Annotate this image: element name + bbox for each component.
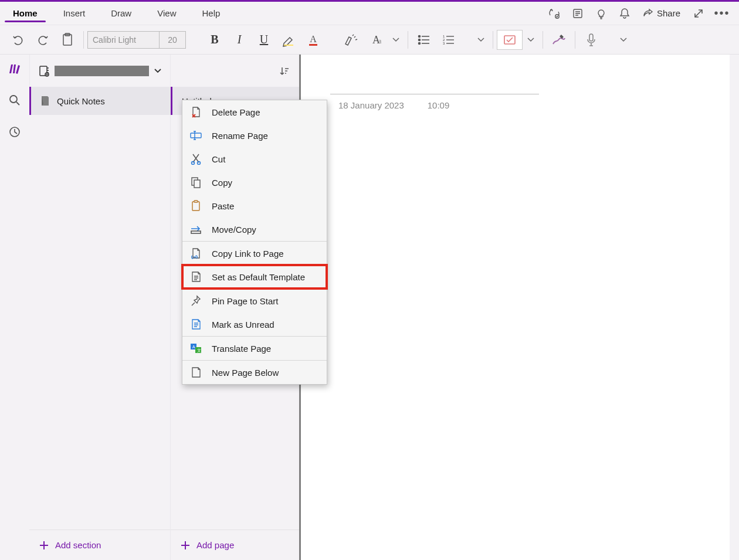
- context-menu: Delete Page Rename Page Cut Copy Paste M…: [182, 100, 327, 385]
- svg-point-10: [419, 39, 421, 40]
- cm-label: Copy Link to Page: [212, 249, 284, 259]
- tab-home[interactable]: Home: [0, 2, 50, 25]
- pin-icon: [189, 294, 202, 307]
- font-color-button[interactable]: A: [301, 28, 326, 52]
- dictate-dropdown-icon[interactable]: [615, 38, 632, 42]
- paste-icon: [189, 199, 202, 212]
- fullscreen-icon[interactable]: [687, 2, 710, 25]
- translate-icon: A文: [189, 342, 202, 355]
- svg-rect-28: [191, 231, 201, 233]
- search-icon[interactable]: [8, 93, 22, 107]
- bullet-list-button[interactable]: [412, 28, 436, 52]
- cm-label: Paste: [212, 201, 234, 211]
- highlight-button[interactable]: [276, 28, 301, 52]
- bell-icon[interactable]: [613, 2, 636, 25]
- ribbon: Calibri Light 20 B I U A Aa 123: [0, 25, 739, 55]
- tab-draw[interactable]: Draw: [98, 2, 144, 25]
- cm-move-copy[interactable]: Move/Copy: [182, 218, 327, 241]
- cm-label: Move/Copy: [212, 225, 256, 235]
- font-selector[interactable]: Calibri Light 20: [87, 31, 186, 49]
- recent-icon[interactable]: [8, 125, 22, 139]
- tab-insert[interactable]: Insert: [50, 2, 99, 25]
- add-section-button[interactable]: Add section: [29, 530, 170, 560]
- chevron-down-icon: [154, 68, 162, 74]
- plus-icon: [39, 540, 49, 551]
- sort-icon[interactable]: [279, 66, 290, 76]
- delete-page-icon: [189, 106, 202, 118]
- add-page-button[interactable]: Add page: [171, 530, 299, 560]
- tabs-right: Share •••: [543, 2, 739, 25]
- font-size-field[interactable]: 20: [160, 32, 185, 48]
- list-dropdown-icon[interactable]: [473, 38, 489, 42]
- tab-view[interactable]: View: [144, 2, 189, 25]
- font-name-field[interactable]: Calibri Light: [88, 32, 160, 48]
- dictate-button[interactable]: [579, 28, 604, 52]
- more-icon[interactable]: •••: [711, 2, 733, 25]
- ink-button[interactable]: [547, 28, 571, 52]
- cm-new-page-below[interactable]: New Page Below: [182, 361, 327, 384]
- tab-label: Help: [202, 8, 220, 18]
- text-styles-button[interactable]: Aa: [363, 28, 388, 52]
- italic-button[interactable]: I: [227, 28, 252, 52]
- underline-button[interactable]: U: [252, 28, 276, 52]
- cm-paste[interactable]: Paste: [182, 194, 327, 218]
- clipboard-button[interactable]: [55, 28, 80, 52]
- cm-pin-page[interactable]: Pin Page to Start: [182, 289, 327, 313]
- cm-label: Translate Page: [212, 344, 271, 354]
- section-label: Quick Notes: [57, 96, 105, 106]
- svg-point-9: [419, 35, 421, 37]
- ribbon-separator: [575, 31, 575, 49]
- notebooks-icon[interactable]: [8, 62, 22, 76]
- todo-tag-button[interactable]: [497, 30, 523, 50]
- sync-status-icon[interactable]: [543, 2, 565, 25]
- cm-label: Copy: [212, 178, 232, 188]
- cm-copy-link[interactable]: Copy Link to Page: [182, 242, 327, 265]
- template-icon: [189, 270, 202, 283]
- tab-help[interactable]: Help: [189, 2, 233, 25]
- styles-dropdown-icon[interactable]: [388, 38, 404, 42]
- feed-icon[interactable]: [567, 2, 589, 25]
- share-icon: [643, 8, 653, 19]
- lightbulb-icon[interactable]: [590, 2, 612, 25]
- redo-button[interactable]: [30, 28, 55, 52]
- page-title-area[interactable]: 18 January 2023 10:09: [301, 55, 739, 110]
- cm-delete-page[interactable]: Delete Page: [182, 100, 327, 124]
- cm-set-default-template[interactable]: Set as Default Template: [182, 265, 327, 289]
- clear-formatting-button[interactable]: [338, 28, 363, 52]
- bold-button[interactable]: B: [202, 28, 227, 52]
- cm-copy[interactable]: Copy: [182, 171, 327, 194]
- pages-header: [171, 55, 299, 87]
- tab-label: View: [157, 8, 176, 18]
- add-section-label: Add section: [55, 540, 101, 550]
- page-title-underline: [330, 80, 539, 94]
- tab-label: Insert: [63, 8, 86, 18]
- plus-icon: [180, 540, 191, 551]
- ribbon-separator: [543, 31, 543, 49]
- notebook-selector[interactable]: [29, 55, 170, 87]
- scrollbar-track[interactable]: [730, 55, 739, 560]
- cm-cut[interactable]: Cut: [182, 147, 327, 171]
- rename-icon: [189, 129, 202, 142]
- cm-rename-page[interactable]: Rename Page: [182, 124, 327, 147]
- cm-label: Rename Page: [212, 131, 268, 141]
- svg-point-17: [10, 96, 17, 103]
- section-item-quick-notes[interactable]: Quick Notes: [29, 87, 170, 115]
- tag-dropdown-icon[interactable]: [523, 38, 539, 42]
- canvas[interactable]: 18 January 2023 10:09: [299, 55, 739, 560]
- notebook-icon: [38, 65, 50, 77]
- numbered-list-button[interactable]: 123: [436, 28, 461, 52]
- svg-point-11: [419, 42, 421, 44]
- cm-label: Delete Page: [212, 107, 260, 117]
- sections-pane: Quick Notes Add section: [29, 55, 170, 560]
- share-button[interactable]: Share: [637, 2, 686, 25]
- svg-text:文: 文: [197, 348, 201, 352]
- svg-rect-25: [194, 180, 200, 188]
- undo-button[interactable]: [6, 28, 30, 52]
- cut-icon: [189, 152, 202, 165]
- cm-mark-unread[interactable]: Mark as Unread: [182, 313, 327, 336]
- svg-point-22: [192, 162, 195, 165]
- add-page-label: Add page: [196, 540, 234, 550]
- section-icon: [40, 95, 50, 107]
- svg-rect-26: [192, 202, 199, 211]
- cm-translate[interactable]: A文 Translate Page: [182, 337, 327, 360]
